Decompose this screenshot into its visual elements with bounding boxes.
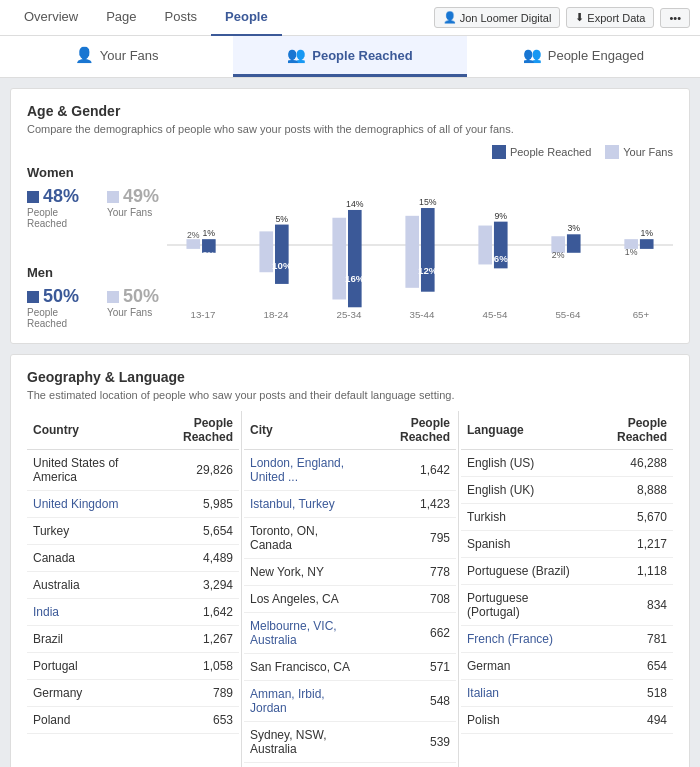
country-value: 5,985 <box>147 491 239 518</box>
svg-rect-31 <box>405 245 419 288</box>
svg-text:1%: 1% <box>640 228 653 238</box>
table-row: English (US)46,288 <box>461 450 673 477</box>
country-name: Portugal <box>27 653 147 680</box>
city-name[interactable]: Istanbul, Turkey <box>244 491 368 518</box>
country-header: Country <box>27 411 147 450</box>
language-name: German <box>461 653 578 680</box>
country-reached-header: People Reached <box>147 411 239 450</box>
country-value: 653 <box>147 707 239 734</box>
more-button[interactable]: ••• <box>660 8 690 28</box>
city-name: San Francisco, CA <box>244 654 368 681</box>
table-row: Australia3,294 <box>27 572 239 599</box>
tab-people-reached[interactable]: 👥 People Reached <box>233 36 466 77</box>
language-name[interactable]: Italian <box>461 680 578 707</box>
language-name: English (US) <box>461 450 578 477</box>
language-value: 494 <box>578 707 673 734</box>
city-name[interactable]: Chicago, IL <box>244 763 368 768</box>
chart-legend: People Reached Your Fans <box>27 145 673 159</box>
tab-posts[interactable]: Posts <box>151 0 212 36</box>
svg-rect-25 <box>332 245 346 299</box>
svg-rect-27 <box>405 216 419 245</box>
table-row: Portuguese (Portugal)834 <box>461 585 673 626</box>
table-row: Istanbul, Turkey1,423 <box>244 491 456 518</box>
table-row: German654 <box>461 653 673 680</box>
table-row: Germany789 <box>27 680 239 707</box>
reached-legend-box <box>492 145 506 159</box>
svg-rect-16 <box>275 225 289 245</box>
user-icon: 👤 <box>443 11 457 24</box>
country-name[interactable]: United Kingdom <box>27 491 147 518</box>
svg-text:5%: 5% <box>275 214 288 224</box>
table-row: United States of America29,826 <box>27 450 239 491</box>
top-nav: Overview Page Posts People 👤 Jon Loomer … <box>0 0 700 36</box>
language-name[interactable]: French (France) <box>461 626 578 653</box>
table-row: French (France)781 <box>461 626 673 653</box>
women-reached-label: People Reached <box>27 207 97 229</box>
women-reached-stat: 48% People Reached <box>27 186 97 229</box>
language-value: 46,288 <box>578 450 673 477</box>
table-row: Toronto, ON, Canada795 <box>244 518 456 559</box>
language-value: 1,217 <box>578 531 673 558</box>
city-value: 778 <box>368 559 456 586</box>
city-value: 1,642 <box>368 450 456 491</box>
geo-tables-row: Country People Reached United States of … <box>27 411 673 767</box>
country-name: Canada <box>27 545 147 572</box>
tab-your-fans[interactable]: 👤 Your Fans <box>0 36 233 77</box>
city-name[interactable]: Melbourne, VIC, Australia <box>244 613 368 654</box>
geo-subtitle: The estimated location of people who saw… <box>27 389 673 401</box>
country-value: 1,642 <box>147 599 239 626</box>
language-reached-header: People Reached <box>578 411 673 450</box>
tab-people-engaged[interactable]: 👥 People Engaged <box>467 36 700 77</box>
country-value: 29,826 <box>147 450 239 491</box>
age-gender-subtitle: Compare the demographics of people who s… <box>27 123 673 135</box>
city-value: 571 <box>368 654 456 681</box>
city-value: 708 <box>368 586 456 613</box>
tab-page[interactable]: Page <box>92 0 150 36</box>
city-name[interactable]: London, England, United ... <box>244 450 368 491</box>
svg-rect-48 <box>640 245 654 249</box>
table-row: Canada4,489 <box>27 545 239 572</box>
tab-overview[interactable]: Overview <box>10 0 92 36</box>
table-row: New York, NY778 <box>244 559 456 586</box>
svg-text:9%: 9% <box>494 211 507 221</box>
svg-text:6%: 6% <box>494 253 508 264</box>
table-row: Turkish5,670 <box>461 504 673 531</box>
table-row: San Francisco, CA571 <box>244 654 456 681</box>
tab-people[interactable]: People <box>211 0 282 36</box>
user-button[interactable]: 👤 Jon Loomer Digital <box>434 7 561 28</box>
export-button[interactable]: ⬇ Export Data <box>566 7 654 28</box>
svg-text:1%: 1% <box>625 247 638 257</box>
svg-text:45-54: 45-54 <box>482 309 507 320</box>
export-icon: ⬇ <box>575 11 584 24</box>
country-value: 3,294 <box>147 572 239 599</box>
svg-rect-22 <box>348 210 362 245</box>
svg-rect-46 <box>640 239 654 245</box>
svg-rect-28 <box>421 208 435 245</box>
language-name: Portuguese (Portugal) <box>461 585 578 626</box>
svg-rect-37 <box>478 245 492 264</box>
city-name[interactable]: Amman, Irbid, Jordan <box>244 681 368 722</box>
country-name: Germany <box>27 680 147 707</box>
age-gender-title: Age & Gender <box>27 103 673 119</box>
svg-text:16%: 16% <box>345 273 365 284</box>
svg-rect-15 <box>259 231 273 245</box>
men-stats: Men 50% People Reached 50 <box>27 265 159 329</box>
svg-text:2%: 2% <box>552 250 565 260</box>
svg-rect-9 <box>202 239 216 245</box>
city-name: New York, NY <box>244 559 368 586</box>
top-nav-actions: 👤 Jon Loomer Digital ⬇ Export Data ••• <box>434 7 690 28</box>
main-content: Age & Gender Compare the demographics of… <box>0 78 700 767</box>
svg-text:14%: 14% <box>346 199 364 209</box>
language-value: 518 <box>578 680 673 707</box>
country-name[interactable]: India <box>27 599 147 626</box>
table-row: India1,642 <box>27 599 239 626</box>
age-gender-card: Age & Gender Compare the demographics of… <box>10 88 690 344</box>
table-row: English (UK)8,888 <box>461 477 673 504</box>
table-row: Brazil1,267 <box>27 626 239 653</box>
city-value: 548 <box>368 681 456 722</box>
reached-icon: 👥 <box>287 46 306 64</box>
svg-text:15%: 15% <box>419 197 437 207</box>
men-label: Men <box>27 265 159 280</box>
table-row: Poland653 <box>27 707 239 734</box>
language-name: Portuguese (Brazil) <box>461 558 578 585</box>
